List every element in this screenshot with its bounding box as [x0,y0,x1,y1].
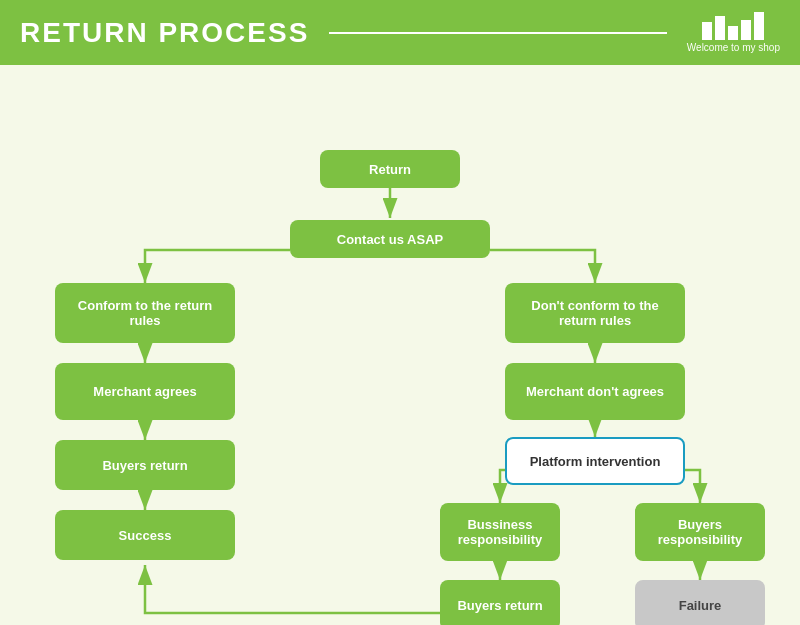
contact-box: Contact us ASAP [290,220,490,258]
failure-box: Failure [635,580,765,625]
success-box: Success [55,510,235,560]
header-line [329,32,666,34]
merchant-dont-box: Merchant don't agrees [505,363,685,420]
buyers-resp-box: Buyers responsibility [635,503,765,561]
page-title: RETURN PROCESS [20,17,309,49]
buyers-return-right-box: Buyers return [440,580,560,625]
dont-conform-box: Don't conform to the return rules [505,283,685,343]
logo-icon [702,12,764,40]
bar4 [741,20,751,40]
bar2 [715,16,725,40]
diagram: Return Contact us ASAP Conform to the re… [0,65,800,625]
logo-text: Welcome to my shop [687,42,780,53]
return-box: Return [320,150,460,188]
logo: Welcome to my shop [687,12,780,53]
header: RETURN PROCESS Welcome to my shop [0,0,800,65]
bar1 [702,22,712,40]
platform-box: Platform intervention [505,437,685,485]
bar3 [728,26,738,40]
buyers-return-left-box: Buyers return [55,440,235,490]
bar5 [754,12,764,40]
conform-box: Conform to the return rules [55,283,235,343]
merchant-agrees-box: Merchant agrees [55,363,235,420]
bussiness-resp-box: Bussiness responsibility [440,503,560,561]
